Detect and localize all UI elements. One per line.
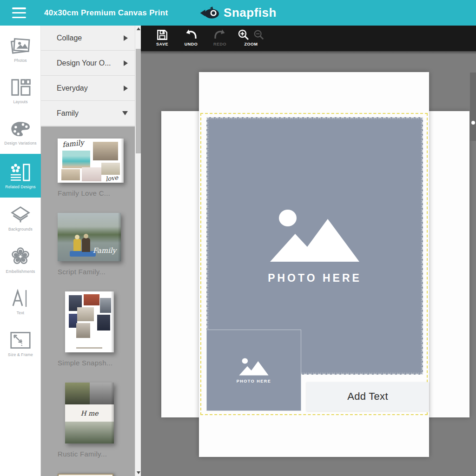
design-preview[interactable]: family love bbox=[58, 139, 124, 183]
editor-toolbar: SAVE UNDO REDO bbox=[141, 26, 476, 51]
sidebar-item-layouts[interactable]: Layouts bbox=[0, 70, 41, 112]
design-thumbnail-label: Script Family... bbox=[58, 268, 141, 276]
photo-well-small[interactable]: PHOTO HERE bbox=[206, 330, 301, 411]
scroll-down-arrow-icon[interactable] bbox=[137, 471, 140, 474]
layouts-icon bbox=[10, 78, 31, 97]
sidebar-item-related-designs[interactable]: Related Designs bbox=[0, 154, 41, 198]
category-everyday[interactable]: Everyday bbox=[41, 76, 141, 101]
sidebar-item-label: Size & Frame bbox=[8, 352, 33, 357]
thumb-script-text: family bbox=[62, 139, 84, 149]
thumb-script-text: H me bbox=[80, 410, 98, 417]
snapfish-fish-icon bbox=[199, 6, 220, 20]
category-label: Family bbox=[57, 109, 122, 118]
design-thumbnail-partial[interactable] bbox=[58, 474, 113, 476]
design-thumbnail-label: Family Love C... bbox=[58, 189, 141, 197]
tool-label: ZOOM bbox=[245, 42, 258, 46]
tool-label: SAVE bbox=[156, 42, 168, 46]
photo-placeholder-text: PHOTO HERE bbox=[237, 379, 271, 383]
design-preview[interactable] bbox=[65, 291, 114, 352]
sidebar-item-size-frame[interactable]: Size & Frame bbox=[0, 323, 41, 365]
top-bar: 40x30cm Premium Canvas Print Snapfish bbox=[0, 0, 476, 26]
tool-label: UNDO bbox=[185, 42, 198, 46]
design-preview[interactable]: Family bbox=[58, 213, 121, 261]
design-thumbnail-rustic-family: H me Rustic Family... bbox=[65, 383, 141, 458]
white-dot-icon bbox=[471, 121, 475, 125]
undo-button[interactable]: UNDO bbox=[180, 29, 202, 46]
embellishments-icon bbox=[10, 247, 31, 266]
undo-icon bbox=[185, 29, 198, 41]
design-thumbnail-simple-snapshot: Simple Snapsh... bbox=[65, 291, 141, 367]
save-button[interactable]: SAVE bbox=[151, 29, 173, 46]
chevron-right-icon bbox=[124, 35, 128, 41]
size-frame-icon bbox=[10, 331, 31, 350]
sidebar-item-embellishments[interactable]: Embellishments bbox=[0, 239, 41, 281]
scroll-up-arrow-icon[interactable] bbox=[137, 27, 140, 30]
tool-label: REDO bbox=[213, 42, 226, 46]
category-label: Collage bbox=[57, 34, 124, 42]
sidebar-item-label: Embellishments bbox=[6, 269, 35, 274]
design-preview[interactable]: H me bbox=[65, 383, 114, 443]
photo-placeholder-icon bbox=[268, 208, 361, 264]
sidebar-item-label: Backgrounds bbox=[8, 227, 33, 231]
zoom-controls: ZOOM bbox=[238, 29, 264, 46]
sidebar-item-backgrounds[interactable]: Backgrounds bbox=[0, 198, 41, 239]
scrollbar-thumb[interactable] bbox=[136, 49, 141, 153]
sidebar-item-design-variations[interactable]: Design Variations bbox=[0, 112, 41, 154]
add-text-button[interactable]: Add Text bbox=[306, 382, 429, 411]
redo-icon bbox=[213, 29, 226, 41]
thumb-script-text: love bbox=[105, 174, 119, 183]
sidebar-item-photos[interactable]: Photos bbox=[0, 28, 41, 70]
backgrounds-icon bbox=[10, 205, 31, 224]
thumb-script-text: Family bbox=[93, 246, 116, 255]
chevron-down-icon bbox=[122, 111, 128, 115]
design-thumbnail-family-love: family love Family Love C... bbox=[58, 139, 141, 197]
category-collage[interactable]: Collage bbox=[41, 26, 141, 51]
add-text-label: Add Text bbox=[347, 390, 388, 403]
chevron-right-icon bbox=[124, 60, 128, 66]
sidebar-item-label: Design Variations bbox=[4, 141, 36, 145]
brand-name: Snapfish bbox=[224, 6, 277, 20]
category-label: Design Your O... bbox=[57, 59, 124, 67]
related-designs-panel: Collage Design Your O... Everyday Family… bbox=[41, 26, 141, 476]
category-design-your-own[interactable]: Design Your O... bbox=[41, 51, 141, 76]
menu-icon[interactable] bbox=[12, 7, 26, 18]
category-label: Everyday bbox=[57, 84, 124, 93]
canvas-workspace: PHOTO HERE PHOTO HERE Add Text bbox=[141, 51, 476, 476]
snapfish-logo: Snapfish bbox=[199, 0, 277, 26]
redo-button[interactable]: REDO bbox=[209, 29, 231, 46]
panel-scrollbar[interactable] bbox=[135, 26, 141, 476]
sidebar-item-label: Layouts bbox=[13, 99, 27, 104]
palette-icon bbox=[10, 120, 31, 138]
design-thumbnail-script-family: Family Script Family... bbox=[58, 213, 141, 276]
sidebar-item-label: Text bbox=[17, 311, 24, 315]
photo-placeholder-icon bbox=[238, 357, 269, 376]
design-thumbnail-label: Simple Snapsh... bbox=[58, 359, 141, 367]
save-icon bbox=[156, 29, 168, 41]
design-thumbnail-label: Rustic Family... bbox=[58, 450, 141, 458]
sidebar-item-text[interactable]: Text bbox=[0, 281, 41, 323]
project-title: 40x30cm Premium Canvas Print bbox=[44, 0, 168, 26]
right-edge-tab[interactable] bbox=[470, 73, 476, 141]
photo-placeholder-text: PHOTO HERE bbox=[268, 272, 362, 284]
zoom-in-icon[interactable] bbox=[238, 29, 250, 41]
photos-icon bbox=[10, 36, 31, 55]
design-thumbnail-list: family love Family Love C... Family Scri… bbox=[41, 126, 141, 476]
sidebar-item-label: Photos bbox=[14, 58, 27, 63]
text-icon bbox=[11, 289, 30, 308]
snapfish-editor-app: 40x30cm Premium Canvas Print Snapfish Ph… bbox=[0, 0, 476, 476]
category-family[interactable]: Family bbox=[41, 101, 141, 126]
chevron-right-icon bbox=[124, 86, 128, 91]
related-designs-icon bbox=[10, 162, 31, 182]
tool-sidebar: Photos Layouts Design Variations bbox=[0, 26, 41, 476]
sidebar-item-label: Related Designs bbox=[5, 185, 35, 189]
zoom-out-icon[interactable] bbox=[253, 29, 264, 40]
